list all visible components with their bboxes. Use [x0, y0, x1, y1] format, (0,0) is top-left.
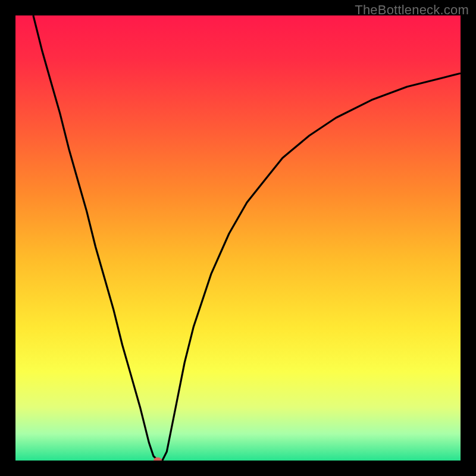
watermark-text: TheBottleneck.com [355, 2, 469, 18]
plot-area [15, 15, 461, 461]
optimal-point-marker [154, 458, 162, 461]
chart-frame: TheBottleneck.com [0, 0, 476, 476]
bottleneck-curve [15, 15, 461, 461]
